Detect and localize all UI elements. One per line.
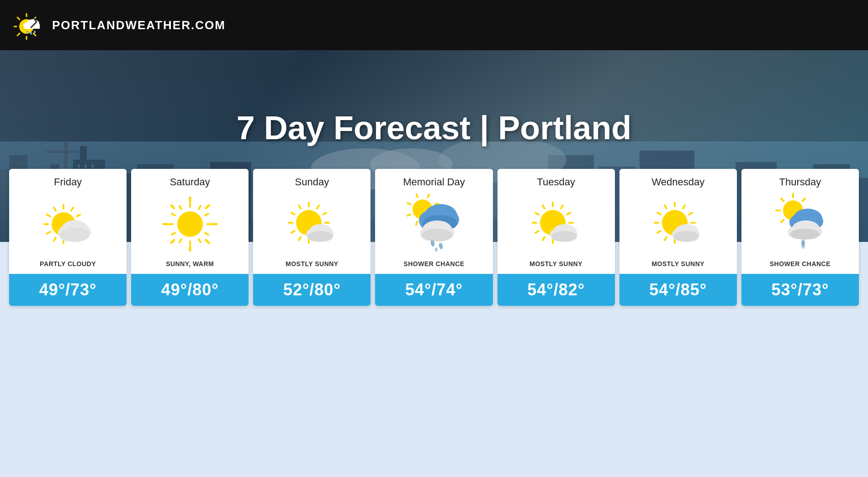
svg-line-84 bbox=[172, 233, 175, 235]
card-temp-label: 49°/73° bbox=[9, 274, 127, 306]
svg-line-153 bbox=[657, 213, 661, 215]
svg-line-136 bbox=[535, 213, 539, 215]
svg-line-6 bbox=[33, 33, 36, 36]
card-condition-label: MOSTLY SUNNY bbox=[282, 256, 342, 274]
svg-point-13 bbox=[26, 31, 28, 33]
svg-line-100 bbox=[299, 205, 301, 209]
site-name-label: PORTLANDWEATHER.COM bbox=[52, 18, 226, 32]
svg-point-144 bbox=[551, 231, 577, 242]
svg-line-134 bbox=[535, 231, 539, 233]
svg-line-133 bbox=[543, 237, 545, 240]
svg-rect-40 bbox=[78, 164, 80, 168]
svg-line-5 bbox=[17, 17, 20, 20]
forecast-card-saturday[interactable]: Saturday SUNNY, WARM 49°/80° bbox=[131, 169, 249, 306]
svg-line-64 bbox=[71, 208, 73, 211]
svg-line-61 bbox=[47, 215, 50, 216]
card-day-label: Tuesday bbox=[537, 169, 575, 193]
svg-line-151 bbox=[657, 231, 661, 233]
card-weather-icon bbox=[648, 194, 708, 254]
card-weather-icon bbox=[404, 194, 464, 254]
card-day-label: Memorial Day bbox=[403, 169, 465, 193]
svg-rect-42 bbox=[91, 164, 94, 168]
card-condition-label: SHOWER CHANCE bbox=[766, 256, 834, 274]
svg-line-59 bbox=[47, 232, 50, 234]
svg-line-97 bbox=[291, 231, 295, 233]
svg-point-177 bbox=[790, 229, 820, 240]
forecast-card-tuesday[interactable]: Tuesday MOSTLY SUNNY 54°/82° bbox=[498, 169, 615, 306]
svg-line-114 bbox=[408, 203, 410, 204]
svg-line-170 bbox=[803, 199, 805, 201]
forecast-card-friday[interactable]: Friday PARTLY CLOUDY 49°/73° bbox=[9, 169, 127, 306]
svg-line-80 bbox=[205, 233, 208, 235]
svg-point-126 bbox=[439, 242, 443, 249]
forecast-card-sunday[interactable]: Sunday MOSTLY SUNNY 52°/80° bbox=[253, 169, 370, 306]
svg-point-107 bbox=[307, 231, 333, 242]
svg-line-116 bbox=[428, 194, 429, 197]
card-weather-icon bbox=[160, 194, 220, 254]
card-weather-icon bbox=[526, 194, 586, 254]
svg-line-86 bbox=[172, 214, 175, 215]
forecast-card-wednesday[interactable]: Wednesday MOSTLY SUNNY 54°/85° bbox=[619, 169, 737, 306]
svg-line-154 bbox=[665, 205, 667, 209]
svg-point-69 bbox=[60, 227, 90, 242]
svg-point-15 bbox=[34, 31, 36, 33]
svg-line-83 bbox=[180, 239, 181, 242]
hero-title: 7 Day Forecast | Portland bbox=[237, 109, 631, 147]
svg-line-99 bbox=[291, 213, 295, 215]
svg-line-58 bbox=[54, 237, 56, 241]
card-temp-label: 53°/73° bbox=[741, 274, 859, 306]
card-temp-label: 54°/85° bbox=[619, 274, 737, 306]
card-temp-label: 54°/82° bbox=[498, 274, 615, 306]
svg-point-127 bbox=[435, 247, 438, 252]
card-day-label: Thursday bbox=[779, 169, 821, 193]
svg-rect-41 bbox=[85, 164, 87, 168]
svg-line-81 bbox=[199, 239, 201, 242]
card-condition-label: MOSTLY SUNNY bbox=[526, 256, 586, 274]
svg-line-168 bbox=[781, 199, 784, 201]
card-condition-label: SUNNY, WARM bbox=[162, 256, 217, 274]
svg-line-75 bbox=[171, 205, 174, 208]
svg-point-179 bbox=[801, 245, 805, 249]
svg-line-137 bbox=[543, 205, 545, 209]
svg-line-77 bbox=[206, 205, 209, 208]
svg-line-157 bbox=[689, 213, 692, 215]
forecast-row: Friday PARTLY CLOUDY 49°/73° Saturday bbox=[0, 169, 868, 306]
svg-line-139 bbox=[561, 205, 563, 209]
site-header: PORTLANDWEATHER.COM bbox=[0, 0, 868, 50]
card-condition-label: MOSTLY SUNNY bbox=[648, 256, 708, 274]
svg-line-156 bbox=[683, 205, 685, 209]
card-condition-label: SHOWER CHANCE bbox=[400, 256, 468, 274]
svg-point-14 bbox=[30, 32, 32, 35]
card-weather-icon bbox=[38, 194, 98, 254]
svg-line-87 bbox=[180, 206, 181, 209]
svg-line-150 bbox=[665, 237, 667, 240]
svg-line-8 bbox=[17, 33, 20, 36]
svg-line-65 bbox=[77, 215, 80, 216]
site-logo-icon bbox=[14, 9, 46, 41]
svg-rect-19 bbox=[9, 155, 27, 169]
svg-line-76 bbox=[206, 240, 209, 243]
svg-rect-26 bbox=[46, 151, 82, 153]
card-temp-label: 54°/74° bbox=[375, 274, 492, 306]
svg-line-102 bbox=[317, 205, 319, 209]
logo-area[interactable]: PORTLANDWEATHER.COM bbox=[14, 9, 226, 41]
svg-point-161 bbox=[673, 231, 699, 242]
svg-line-62 bbox=[54, 208, 56, 211]
card-condition-label: PARTLY CLOUDY bbox=[36, 256, 100, 274]
card-temp-label: 49°/80° bbox=[131, 274, 249, 306]
svg-point-124 bbox=[422, 229, 453, 241]
card-day-label: Wednesday bbox=[651, 169, 704, 193]
svg-line-103 bbox=[323, 213, 326, 215]
card-weather-icon bbox=[770, 194, 830, 254]
card-day-label: Sunday bbox=[295, 169, 329, 193]
svg-line-113 bbox=[408, 215, 411, 216]
svg-point-70 bbox=[177, 211, 203, 237]
card-day-label: Friday bbox=[54, 169, 82, 193]
bottom-area bbox=[0, 306, 868, 361]
forecast-card-memorial-day[interactable]: Memorial Day SHOWER CHANCE 54°/74° bbox=[375, 169, 492, 306]
svg-line-166 bbox=[781, 220, 784, 223]
forecast-card-thursday[interactable]: Thursday SHOWER CHANCE 53°/73° bbox=[741, 169, 859, 306]
svg-line-112 bbox=[416, 222, 418, 225]
svg-line-78 bbox=[171, 240, 174, 243]
card-temp-label: 52°/80° bbox=[253, 274, 370, 306]
